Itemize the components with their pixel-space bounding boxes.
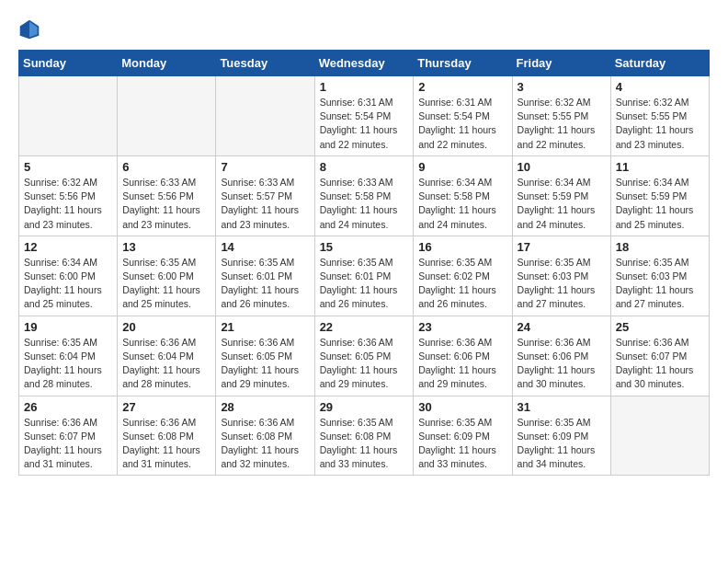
calendar-day: 1Sunrise: 6:31 AM Sunset: 5:54 PM Daylig… xyxy=(314,76,414,156)
day-number: 22 xyxy=(320,320,409,334)
day-number: 16 xyxy=(418,240,506,254)
day-number: 19 xyxy=(24,320,112,334)
day-number: 28 xyxy=(221,400,309,414)
day-info: Sunrise: 6:34 AM Sunset: 6:00 PM Dayligh… xyxy=(24,256,112,312)
day-info: Sunrise: 6:35 AM Sunset: 6:09 PM Dayligh… xyxy=(518,416,606,472)
calendar-day: 11Sunrise: 6:34 AM Sunset: 5:59 PM Dayli… xyxy=(610,155,709,236)
day-number: 3 xyxy=(518,80,606,94)
calendar-day xyxy=(118,76,216,156)
day-info: Sunrise: 6:36 AM Sunset: 6:08 PM Dayligh… xyxy=(122,416,210,472)
day-info: Sunrise: 6:35 AM Sunset: 6:01 PM Dayligh… xyxy=(221,256,309,312)
day-info: Sunrise: 6:36 AM Sunset: 6:06 PM Dayligh… xyxy=(418,336,506,392)
calendar-day: 12Sunrise: 6:34 AM Sunset: 6:00 PM Dayli… xyxy=(19,236,118,316)
day-number: 12 xyxy=(24,240,112,254)
day-number: 26 xyxy=(24,400,112,414)
calendar-day xyxy=(610,396,709,476)
calendar-day: 5Sunrise: 6:32 AM Sunset: 5:56 PM Daylig… xyxy=(19,155,118,236)
day-number: 7 xyxy=(221,160,309,174)
day-info: Sunrise: 6:35 AM Sunset: 6:03 PM Dayligh… xyxy=(518,256,606,312)
day-number: 6 xyxy=(122,160,210,174)
calendar-table: SundayMondayTuesdayWednesdayThursdayFrid… xyxy=(18,50,710,476)
calendar-day: 13Sunrise: 6:35 AM Sunset: 6:00 PM Dayli… xyxy=(118,236,216,316)
calendar-day: 25Sunrise: 6:36 AM Sunset: 6:07 PM Dayli… xyxy=(610,316,709,396)
day-number: 10 xyxy=(518,160,606,174)
day-number: 30 xyxy=(418,400,506,414)
calendar-day: 6Sunrise: 6:33 AM Sunset: 5:56 PM Daylig… xyxy=(118,155,216,236)
calendar-day: 16Sunrise: 6:35 AM Sunset: 6:02 PM Dayli… xyxy=(414,236,512,316)
day-number: 4 xyxy=(616,80,704,94)
calendar-week: 26Sunrise: 6:36 AM Sunset: 6:07 PM Dayli… xyxy=(19,396,710,476)
day-info: Sunrise: 6:35 AM Sunset: 6:08 PM Dayligh… xyxy=(320,416,409,472)
weekday-header: Friday xyxy=(512,51,610,76)
calendar-day: 10Sunrise: 6:34 AM Sunset: 5:59 PM Dayli… xyxy=(512,155,610,236)
calendar-day: 2Sunrise: 6:31 AM Sunset: 5:54 PM Daylig… xyxy=(414,76,512,156)
day-number: 25 xyxy=(616,320,704,334)
day-info: Sunrise: 6:33 AM Sunset: 5:58 PM Dayligh… xyxy=(320,176,409,232)
calendar-day: 19Sunrise: 6:35 AM Sunset: 6:04 PM Dayli… xyxy=(19,316,118,396)
calendar-day: 14Sunrise: 6:35 AM Sunset: 6:01 PM Dayli… xyxy=(216,236,314,316)
day-number: 27 xyxy=(122,400,210,414)
day-info: Sunrise: 6:32 AM Sunset: 5:56 PM Dayligh… xyxy=(24,176,112,232)
day-info: Sunrise: 6:33 AM Sunset: 5:56 PM Dayligh… xyxy=(122,176,210,232)
calendar-day: 9Sunrise: 6:34 AM Sunset: 5:58 PM Daylig… xyxy=(414,155,512,236)
day-number: 18 xyxy=(616,240,704,254)
calendar-day: 18Sunrise: 6:35 AM Sunset: 6:03 PM Dayli… xyxy=(610,236,709,316)
day-info: Sunrise: 6:36 AM Sunset: 6:04 PM Dayligh… xyxy=(122,336,210,392)
calendar-day: 21Sunrise: 6:36 AM Sunset: 6:05 PM Dayli… xyxy=(216,316,314,396)
calendar-day: 20Sunrise: 6:36 AM Sunset: 6:04 PM Dayli… xyxy=(118,316,216,396)
day-number: 11 xyxy=(616,160,704,174)
day-number: 5 xyxy=(24,160,112,174)
day-number: 24 xyxy=(518,320,606,334)
calendar-day: 30Sunrise: 6:35 AM Sunset: 6:09 PM Dayli… xyxy=(414,396,512,476)
day-number: 1 xyxy=(320,80,409,94)
day-number: 8 xyxy=(320,160,409,174)
day-info: Sunrise: 6:32 AM Sunset: 5:55 PM Dayligh… xyxy=(616,96,704,152)
weekday-header: Saturday xyxy=(610,51,709,76)
day-info: Sunrise: 6:36 AM Sunset: 6:08 PM Dayligh… xyxy=(221,416,309,472)
day-info: Sunrise: 6:31 AM Sunset: 5:54 PM Dayligh… xyxy=(320,96,409,152)
day-number: 29 xyxy=(320,400,409,414)
calendar-day: 26Sunrise: 6:36 AM Sunset: 6:07 PM Dayli… xyxy=(19,396,118,476)
day-info: Sunrise: 6:34 AM Sunset: 5:59 PM Dayligh… xyxy=(616,176,704,232)
day-number: 2 xyxy=(418,80,506,94)
calendar-day xyxy=(216,76,314,156)
day-number: 9 xyxy=(418,160,506,174)
day-info: Sunrise: 6:35 AM Sunset: 6:02 PM Dayligh… xyxy=(418,256,506,312)
day-info: Sunrise: 6:36 AM Sunset: 6:07 PM Dayligh… xyxy=(24,416,112,472)
calendar-day: 24Sunrise: 6:36 AM Sunset: 6:06 PM Dayli… xyxy=(512,316,610,396)
day-info: Sunrise: 6:34 AM Sunset: 5:59 PM Dayligh… xyxy=(518,176,606,232)
day-number: 15 xyxy=(320,240,409,254)
day-info: Sunrise: 6:35 AM Sunset: 6:00 PM Dayligh… xyxy=(122,256,210,312)
day-number: 17 xyxy=(518,240,606,254)
calendar-body: 1Sunrise: 6:31 AM Sunset: 5:54 PM Daylig… xyxy=(19,76,710,476)
calendar-day: 27Sunrise: 6:36 AM Sunset: 6:08 PM Dayli… xyxy=(118,396,216,476)
calendar-day: 4Sunrise: 6:32 AM Sunset: 5:55 PM Daylig… xyxy=(610,76,709,156)
day-number: 23 xyxy=(418,320,506,334)
calendar-week: 19Sunrise: 6:35 AM Sunset: 6:04 PM Dayli… xyxy=(19,316,710,396)
calendar-day: 23Sunrise: 6:36 AM Sunset: 6:06 PM Dayli… xyxy=(414,316,512,396)
header-row: SundayMondayTuesdayWednesdayThursdayFrid… xyxy=(19,51,710,76)
calendar-week: 5Sunrise: 6:32 AM Sunset: 5:56 PM Daylig… xyxy=(19,155,710,236)
day-info: Sunrise: 6:35 AM Sunset: 6:04 PM Dayligh… xyxy=(24,336,112,392)
day-info: Sunrise: 6:35 AM Sunset: 6:01 PM Dayligh… xyxy=(320,256,409,312)
page-header xyxy=(18,18,710,40)
day-info: Sunrise: 6:36 AM Sunset: 6:06 PM Dayligh… xyxy=(518,336,606,392)
weekday-header: Thursday xyxy=(414,51,512,76)
day-info: Sunrise: 6:35 AM Sunset: 6:09 PM Dayligh… xyxy=(418,416,506,472)
calendar-day: 31Sunrise: 6:35 AM Sunset: 6:09 PM Dayli… xyxy=(512,396,610,476)
day-info: Sunrise: 6:32 AM Sunset: 5:55 PM Dayligh… xyxy=(518,96,606,152)
logo-icon xyxy=(18,18,40,40)
weekday-header: Sunday xyxy=(19,51,118,76)
day-number: 14 xyxy=(221,240,309,254)
calendar-day: 15Sunrise: 6:35 AM Sunset: 6:01 PM Dayli… xyxy=(314,236,414,316)
calendar-week: 1Sunrise: 6:31 AM Sunset: 5:54 PM Daylig… xyxy=(19,76,710,156)
calendar-day: 8Sunrise: 6:33 AM Sunset: 5:58 PM Daylig… xyxy=(314,155,414,236)
day-info: Sunrise: 6:34 AM Sunset: 5:58 PM Dayligh… xyxy=(418,176,506,232)
logo xyxy=(18,18,44,40)
day-info: Sunrise: 6:36 AM Sunset: 6:05 PM Dayligh… xyxy=(221,336,309,392)
day-info: Sunrise: 6:36 AM Sunset: 6:07 PM Dayligh… xyxy=(616,336,704,392)
day-info: Sunrise: 6:35 AM Sunset: 6:03 PM Dayligh… xyxy=(616,256,704,312)
weekday-header: Monday xyxy=(118,51,216,76)
calendar-day: 17Sunrise: 6:35 AM Sunset: 6:03 PM Dayli… xyxy=(512,236,610,316)
day-number: 21 xyxy=(221,320,309,334)
